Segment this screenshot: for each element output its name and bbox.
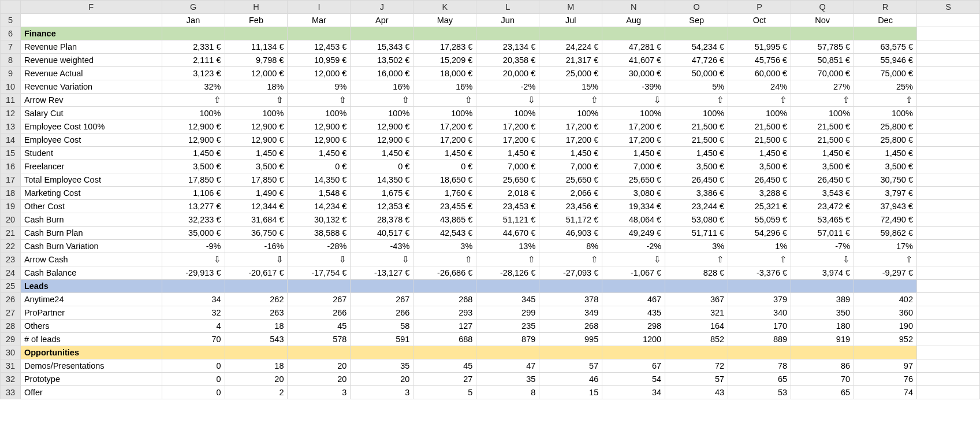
cell-leads-count-oct[interactable]: 889: [728, 333, 791, 346]
cell-cash-burn-plan-sep[interactable]: 51,711 €: [665, 227, 728, 240]
cell-empty[interactable]: [917, 293, 980, 306]
section-cell[interactable]: [728, 280, 791, 293]
cell-emp-cost-100-aug[interactable]: 17,200 €: [602, 120, 665, 133]
month-jan[interactable]: Jan: [162, 14, 225, 27]
cell-revenue-variation-may[interactable]: 16%: [413, 80, 476, 94]
cell-mkt-cost-sep[interactable]: 3,386 €: [665, 187, 728, 200]
cell-cash-burn-var-dec[interactable]: 17%: [854, 240, 917, 253]
cell-others-may[interactable]: 127: [413, 320, 476, 333]
cell-anytime24-oct[interactable]: 379: [728, 293, 791, 306]
cell-empty[interactable]: [917, 333, 980, 346]
cell-revenue-weighted-dec[interactable]: 55,946 €: [854, 54, 917, 67]
col-header-R[interactable]: R: [854, 1, 917, 14]
cell-salary-cut-aug[interactable]: 100%: [602, 107, 665, 120]
row-header-27[interactable]: 27: [1, 306, 21, 320]
cell-mkt-cost-nov[interactable]: 3,543 €: [791, 187, 854, 200]
cell-emp-cost-may[interactable]: 17,200 €: [413, 133, 476, 147]
row-header-6[interactable]: 6: [1, 27, 21, 40]
cell-empty[interactable]: [917, 54, 980, 67]
cell-empty[interactable]: [917, 94, 980, 107]
cell-student-dec[interactable]: 1,450 €: [854, 147, 917, 160]
cell-total-emp-dec[interactable]: 30,750 €: [854, 173, 917, 187]
cell-cash-burn-plan-jun[interactable]: 44,670 €: [476, 227, 539, 240]
cell-anytime24-apr[interactable]: 267: [351, 293, 413, 306]
cell-cash-balance-jul[interactable]: -27,093 €: [539, 266, 602, 280]
row-label-student[interactable]: Student: [20, 147, 162, 160]
cell-prototype-aug[interactable]: 54: [602, 373, 665, 386]
cell-arrow-cash-feb[interactable]: ⇩: [225, 253, 288, 266]
cell-cash-burn-var-jun[interactable]: 13%: [476, 240, 539, 253]
cell-empty[interactable]: [917, 280, 980, 293]
cell-empty[interactable]: [917, 14, 980, 27]
cell-anytime24-aug[interactable]: 467: [602, 293, 665, 306]
section-cell[interactable]: [351, 27, 413, 40]
cell-cash-burn-dec[interactable]: 72,490 €: [854, 213, 917, 227]
cell-propartner-dec[interactable]: 360: [854, 306, 917, 320]
section-cell[interactable]: [162, 346, 225, 359]
cell-other-cost-dec[interactable]: 37,943 €: [854, 200, 917, 213]
row-header-22[interactable]: 22: [1, 240, 21, 253]
month-aug[interactable]: Aug: [602, 14, 665, 27]
cell-anytime24-jul[interactable]: 378: [539, 293, 602, 306]
cell-prototype-jan[interactable]: 0: [162, 373, 225, 386]
cell-arrow-cash-dec[interactable]: ⇧: [854, 253, 917, 266]
row-label-others[interactable]: Others: [20, 320, 162, 333]
cell-cash-balance-aug[interactable]: -1,067 €: [602, 266, 665, 280]
cell-demos-jan[interactable]: 0: [162, 359, 225, 373]
section-cell[interactable]: [162, 280, 225, 293]
row-label-arrow-rev[interactable]: Arrow Rev: [20, 94, 162, 107]
section-cell[interactable]: [791, 27, 854, 40]
cell-emp-cost-100-mar[interactable]: 12,900 €: [288, 120, 351, 133]
cell-emp-cost-jan[interactable]: 12,900 €: [162, 133, 225, 147]
section-cell[interactable]: [288, 27, 351, 40]
cell-total-emp-oct[interactable]: 26,450 €: [728, 173, 791, 187]
cell-salary-cut-jan[interactable]: 100%: [162, 107, 225, 120]
cell-offer-nov[interactable]: 65: [791, 386, 854, 399]
cell-emp-cost-dec[interactable]: 25,800 €: [854, 133, 917, 147]
cell-others-jul[interactable]: 268: [539, 320, 602, 333]
section-cell[interactable]: [288, 280, 351, 293]
cell-revenue-variation-jul[interactable]: 15%: [539, 80, 602, 94]
cell-leads-count-jun[interactable]: 879: [476, 333, 539, 346]
cell-total-emp-jul[interactable]: 25,650 €: [539, 173, 602, 187]
section-cell[interactable]: [413, 27, 476, 40]
row-label-revenue-weighted[interactable]: Revenue weighted: [20, 54, 162, 67]
cell-total-emp-may[interactable]: 18,650 €: [413, 173, 476, 187]
cell-emp-cost-100-apr[interactable]: 12,900 €: [351, 120, 413, 133]
cell-cash-burn-jan[interactable]: 32,233 €: [162, 213, 225, 227]
section-cell[interactable]: [854, 280, 917, 293]
cell-propartner-jan[interactable]: 32: [162, 306, 225, 320]
cell-cash-burn-sep[interactable]: 53,080 €: [665, 213, 728, 227]
cell-empty[interactable]: [917, 240, 980, 253]
cell-propartner-nov[interactable]: 350: [791, 306, 854, 320]
cell-arrow-cash-may[interactable]: ⇧: [413, 253, 476, 266]
cell-revenue-plan-feb[interactable]: 11,134 €: [225, 40, 288, 54]
cell-offer-jan[interactable]: 0: [162, 386, 225, 399]
cell-revenue-plan-jun[interactable]: 23,134 €: [476, 40, 539, 54]
cell-revenue-variation-nov[interactable]: 27%: [791, 80, 854, 94]
cell-salary-cut-may[interactable]: 100%: [413, 107, 476, 120]
row-header-17[interactable]: 17: [1, 173, 21, 187]
cell-leads-count-jul[interactable]: 995: [539, 333, 602, 346]
row-label-cash-burn-plan[interactable]: Cash Burn Plan: [20, 227, 162, 240]
cell-mkt-cost-dec[interactable]: 3,797 €: [854, 187, 917, 200]
cell-emp-cost-100-nov[interactable]: 21,500 €: [791, 120, 854, 133]
month-sep[interactable]: Sep: [665, 14, 728, 27]
cell-empty[interactable]: [917, 200, 980, 213]
section-cell[interactable]: [539, 280, 602, 293]
cell-revenue-plan-oct[interactable]: 51,995 €: [728, 40, 791, 54]
cell-empty[interactable]: [917, 266, 980, 280]
cell-emp-cost-100-may[interactable]: 17,200 €: [413, 120, 476, 133]
section-label-leads[interactable]: Leads: [20, 280, 162, 293]
cell-revenue-weighted-feb[interactable]: 9,798 €: [225, 54, 288, 67]
section-cell[interactable]: [665, 346, 728, 359]
cell-offer-jul[interactable]: 15: [539, 386, 602, 399]
cell-cash-burn-nov[interactable]: 53,465 €: [791, 213, 854, 227]
section-cell[interactable]: [854, 27, 917, 40]
cell-empty[interactable]: [917, 386, 980, 399]
cell-revenue-actual-sep[interactable]: 50,000 €: [665, 67, 728, 80]
cell-arrow-cash-jul[interactable]: ⇧: [539, 253, 602, 266]
cell-arrow-rev-jul[interactable]: ⇧: [539, 94, 602, 107]
cell-empty[interactable]: [917, 80, 980, 94]
cell-cash-balance-may[interactable]: -26,686 €: [413, 266, 476, 280]
